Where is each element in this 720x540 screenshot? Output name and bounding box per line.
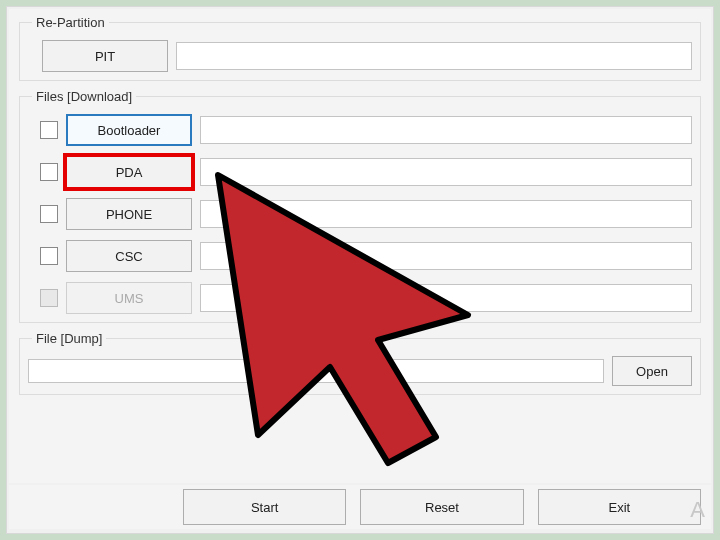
files-download-legend: Files [Download]: [32, 89, 136, 104]
ums-checkbox: [40, 289, 58, 307]
app-window: Re-Partition PIT Files [Download] Bootlo…: [6, 6, 714, 534]
bootloader-path-field[interactable]: [200, 116, 692, 144]
bootloader-checkbox[interactable]: [40, 121, 58, 139]
exit-button[interactable]: Exit: [538, 489, 701, 525]
reset-button[interactable]: Reset: [360, 489, 523, 525]
start-button[interactable]: Start: [183, 489, 346, 525]
pda-button[interactable]: PDA: [66, 156, 192, 188]
pit-path-field[interactable]: [176, 42, 692, 70]
phone-path-field[interactable]: [200, 200, 692, 228]
pda-checkbox[interactable]: [40, 163, 58, 181]
phone-checkbox[interactable]: [40, 205, 58, 223]
phone-button[interactable]: PHONE: [66, 198, 192, 230]
ums-path-field: [200, 284, 692, 312]
main-panel: Re-Partition PIT Files [Download] Bootlo…: [9, 9, 711, 483]
pda-path-field[interactable]: [200, 158, 692, 186]
open-button[interactable]: Open: [612, 356, 692, 386]
csc-button[interactable]: CSC: [66, 240, 192, 272]
csc-checkbox[interactable]: [40, 247, 58, 265]
pit-button[interactable]: PIT: [42, 40, 168, 72]
action-bar: Start Reset Exit: [9, 485, 711, 529]
ums-button: UMS: [66, 282, 192, 314]
bootloader-button[interactable]: Bootloader: [66, 114, 192, 146]
repartition-legend: Re-Partition: [32, 15, 109, 30]
file-dump-legend: File [Dump]: [32, 331, 106, 346]
repartition-group: Re-Partition PIT: [19, 15, 701, 81]
csc-path-field[interactable]: [200, 242, 692, 270]
dump-path-field[interactable]: [28, 359, 604, 383]
file-dump-group: File [Dump] Open: [19, 331, 701, 395]
files-download-group: Files [Download] Bootloader PDA PHONE: [19, 89, 701, 323]
